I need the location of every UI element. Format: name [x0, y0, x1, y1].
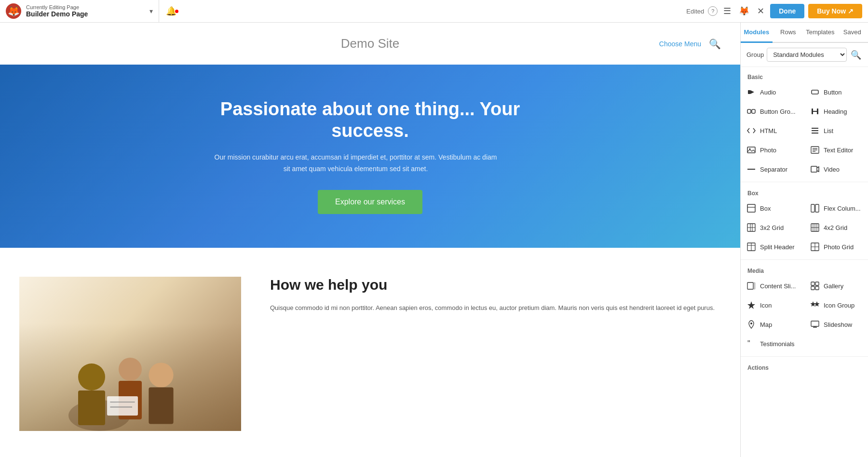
gallery-icon	[810, 281, 820, 291]
module-photo-grid[interactable]: Photo Grid	[804, 237, 868, 256]
text-editor-icon	[810, 145, 820, 155]
module-3x2-grid-label: 3x2 Grid	[760, 224, 784, 231]
module-content-slider[interactable]: Content Sli...	[741, 276, 804, 296]
svg-rect-28	[811, 166, 817, 172]
tab-saved[interactable]: Saved	[836, 23, 868, 43]
svg-marker-54	[747, 301, 755, 309]
topbar-dropdown-arrow[interactable]: ▾	[149, 7, 153, 15]
module-list[interactable]: List	[804, 121, 868, 140]
separator-icon	[746, 164, 756, 174]
module-map-label: Map	[760, 321, 772, 328]
module-separator[interactable]: Separator	[741, 160, 804, 179]
module-testimonials[interactable]: " Testimonials	[741, 334, 804, 353]
module-text-editor[interactable]: Text Editor	[804, 140, 868, 160]
hamburger-menu-button[interactable]: ☰	[721, 4, 733, 18]
module-heading-label: Heading	[824, 108, 847, 115]
section-body: Quisque commodo id mi non porttitor. Aen…	[270, 303, 721, 313]
module-html[interactable]: HTML	[741, 121, 804, 140]
close-button[interactable]: ✕	[755, 4, 766, 18]
svg-rect-12	[812, 90, 818, 94]
module-box-label: Box	[760, 205, 771, 212]
module-video[interactable]: Video	[804, 160, 868, 179]
svg-rect-49	[754, 282, 755, 289]
site-nav: Choose Menu 🔍	[659, 38, 721, 50]
photo-background	[19, 277, 241, 431]
svg-rect-48	[747, 282, 753, 289]
module-gallery-label: Gallery	[824, 282, 843, 290]
module-testimonials-label: Testimonials	[760, 340, 795, 348]
tab-templates[interactable]: Templates	[804, 23, 836, 43]
svg-point-1	[78, 363, 105, 390]
module-button-group[interactable]: Button Gro...	[741, 102, 804, 121]
tab-rows[interactable]: Rows	[773, 23, 804, 43]
module-flex-column[interactable]: Flex Colum...	[804, 199, 868, 218]
notification-bell-button[interactable]: 🔔	[159, 6, 183, 16]
section-box-label: Box	[741, 185, 868, 199]
svg-rect-52	[811, 286, 814, 290]
module-list-label: List	[824, 127, 833, 134]
svg-rect-10	[748, 90, 750, 94]
module-gallery[interactable]: Gallery	[804, 276, 868, 296]
box-modules-grid: Box Flex Colum...	[741, 199, 868, 256]
svg-marker-11	[750, 90, 754, 94]
module-video-label: Video	[824, 166, 840, 173]
hero-subtitle: Our mission curabitur arcu erat, accumsa…	[211, 152, 501, 175]
module-icon[interactable]: Icon	[741, 296, 804, 315]
choose-menu-button[interactable]: Choose Menu	[659, 40, 701, 48]
svg-rect-18	[812, 128, 818, 129]
module-audio[interactable]: Audio	[741, 82, 804, 102]
page-content: Demo Site Choose Menu 🔍 Passionate about…	[0, 23, 740, 457]
svg-rect-13	[747, 109, 751, 113]
module-box[interactable]: Box	[741, 199, 804, 218]
video-icon	[810, 164, 820, 174]
help-icon[interactable]: ?	[708, 6, 718, 16]
group-select[interactable]: Standard Modules WooCommerce Custom	[767, 48, 847, 62]
module-audio-label: Audio	[760, 89, 776, 96]
module-button[interactable]: Button	[804, 82, 868, 102]
module-html-label: HTML	[760, 127, 777, 134]
topbar-left: 🦊 Currently Editing Page Builder Demo Pa…	[0, 0, 159, 22]
module-4x2-grid[interactable]: 4x2 Grid	[804, 218, 868, 237]
module-icon-group[interactable]: Icon Group	[804, 296, 868, 315]
panel-tabs: Modules Rows Templates Saved	[741, 23, 868, 43]
panel-search-button[interactable]: 🔍	[850, 49, 862, 61]
module-photo[interactable]: Photo	[741, 140, 804, 160]
tab-modules[interactable]: Modules	[741, 23, 773, 43]
module-heading[interactable]: Heading	[804, 102, 868, 121]
photo-icon	[746, 145, 756, 155]
page-name-label: Builder Demo Page	[26, 10, 146, 18]
svg-rect-19	[812, 130, 818, 131]
buy-now-button[interactable]: Buy Now ↗	[808, 4, 862, 18]
divider-basic-box	[741, 182, 868, 182]
module-button-group-label: Button Gro...	[760, 108, 796, 115]
slideshow-icon	[810, 320, 820, 329]
svg-rect-51	[815, 282, 819, 285]
done-button[interactable]: Done	[770, 4, 804, 18]
box-icon	[746, 203, 756, 213]
svg-rect-31	[811, 204, 814, 212]
module-text-editor-label: Text Editor	[824, 147, 853, 154]
module-slideshow[interactable]: Slideshow	[804, 315, 868, 334]
map-icon	[746, 320, 756, 329]
user-avatar-button[interactable]: 🦊	[737, 4, 751, 18]
module-map[interactable]: Map	[741, 315, 804, 334]
divider-media-actions	[741, 356, 868, 357]
svg-rect-58	[811, 321, 819, 326]
currently-editing-label: Currently Editing Page	[26, 4, 146, 10]
button-icon	[810, 87, 820, 97]
group-label: Group	[746, 51, 764, 58]
divider-box-media	[741, 259, 868, 260]
module-split-header[interactable]: Split Header	[741, 237, 804, 256]
icon-icon	[746, 300, 756, 310]
section-text: How we help you Quisque commodo id mi no…	[270, 277, 721, 313]
svg-point-57	[750, 323, 752, 324]
testimonials-icon: "	[746, 339, 756, 349]
hero-cta-button[interactable]: Explore our services	[318, 190, 422, 214]
flex-column-icon	[810, 203, 820, 213]
site-search-icon[interactable]: 🔍	[709, 38, 721, 50]
section-photo	[19, 277, 241, 431]
module-3x2-grid[interactable]: 3x2 Grid	[741, 218, 804, 237]
html-icon	[746, 126, 756, 135]
module-list: Basic Audio	[741, 67, 868, 457]
hero-section: Passionate about one thing... Your succe…	[0, 65, 740, 248]
